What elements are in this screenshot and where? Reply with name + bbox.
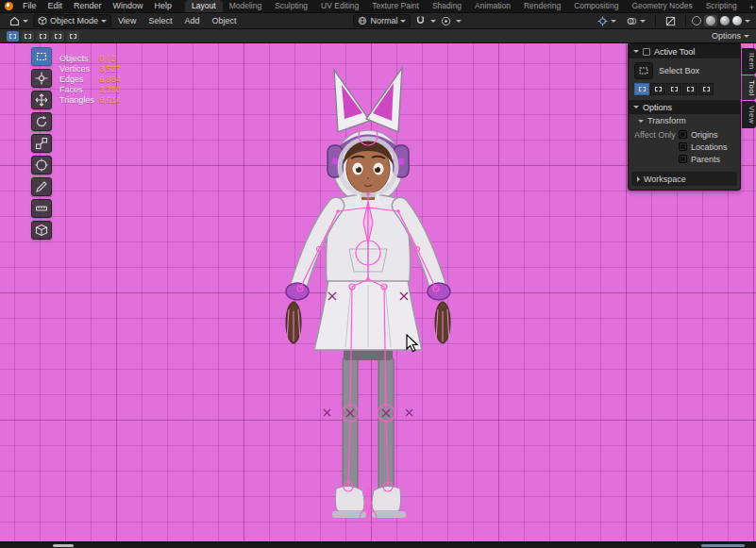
checkbox-parents[interactable] xyxy=(679,155,687,163)
viewport-toolbar xyxy=(31,47,52,240)
blender-logo-icon[interactable] xyxy=(5,2,13,10)
menu-file[interactable]: File xyxy=(17,0,42,12)
overlays-dropdown-button[interactable] xyxy=(623,15,649,27)
stat-label: Edges xyxy=(59,75,99,85)
checkbox-origins-label[interactable]: Origins xyxy=(691,130,734,140)
workspace-tab-compositing[interactable]: Compositing xyxy=(567,0,625,12)
select-mode-extend-button[interactable] xyxy=(22,31,34,42)
tool-variant-2[interactable] xyxy=(650,83,665,95)
stat-value: 3,380 xyxy=(99,85,121,95)
menu-add[interactable]: Add xyxy=(178,15,205,26)
options-header[interactable]: Options xyxy=(629,100,740,114)
scale-icon xyxy=(35,137,48,150)
tool-variant-4[interactable] xyxy=(682,83,697,95)
menu-select[interactable]: Select xyxy=(143,15,177,26)
menu-view[interactable]: View xyxy=(112,15,142,26)
viewport-3d[interactable]: Objects0 / 2 Vertices3,527 Edges6,884 Fa… xyxy=(0,43,756,541)
current-tool-button[interactable] xyxy=(634,62,653,79)
stat-label: Objects xyxy=(59,54,99,64)
character-model[interactable] xyxy=(286,68,450,518)
transform-subpanel-label: Transform xyxy=(647,116,686,125)
select-mode-invert-button[interactable] xyxy=(52,31,64,42)
checkbox-locations[interactable] xyxy=(679,142,687,151)
proportional-dropdown-chevron[interactable] xyxy=(456,20,462,23)
tool-variant-1[interactable] xyxy=(634,83,649,95)
workspace-tab-geometry-nodes[interactable]: Geometry Nodes xyxy=(625,0,698,12)
sidebar-tab-tool[interactable]: Tool xyxy=(742,75,756,101)
tool-cursor[interactable] xyxy=(31,69,52,88)
checkbox-locations-label[interactable]: Locations xyxy=(691,142,734,152)
menu-object[interactable]: Object xyxy=(206,15,242,26)
workspace-tab-uv-editing[interactable]: UV Editing xyxy=(314,0,365,12)
magnet-icon xyxy=(415,16,426,26)
sidebar-panel: Active Tool Select Box Options xyxy=(628,43,741,191)
header-right-cluster xyxy=(594,15,750,27)
editor-type-button[interactable] xyxy=(6,15,32,27)
tool-transform[interactable] xyxy=(31,156,52,174)
stat-row-triangles: Triangles6,614 xyxy=(59,95,121,106)
xray-toggle-button[interactable] xyxy=(662,15,680,27)
select-mode-subtract-button[interactable] xyxy=(37,31,49,42)
move-icon xyxy=(35,93,48,107)
sidebar-tabs: Item Tool View xyxy=(742,48,756,128)
select-set-icon xyxy=(9,34,16,39)
select-mode-intersect-button[interactable] xyxy=(67,31,79,42)
add-workspace-button[interactable]: + xyxy=(744,3,756,12)
menu-window[interactable]: Window xyxy=(108,0,149,12)
tool-measure[interactable] xyxy=(31,199,52,218)
stat-value: 6,614 xyxy=(99,95,121,106)
workspace-header[interactable]: Workspace xyxy=(631,172,737,186)
mode-dropdown[interactable]: Object Mode xyxy=(33,14,111,27)
shading-wireframe-button[interactable] xyxy=(692,16,701,25)
active-tool-header-label: Active Tool xyxy=(654,47,695,57)
stat-row-faces: Faces3,380 xyxy=(59,85,121,95)
checkbox-parents-label[interactable]: Parents xyxy=(691,155,734,164)
workspace-tab-scripting[interactable]: Scripting xyxy=(699,0,744,12)
tool-scale[interactable] xyxy=(31,134,52,153)
workspace-tab-rendering[interactable]: Rendering xyxy=(517,0,567,12)
mouse-cursor xyxy=(406,334,419,354)
shading-material-button[interactable] xyxy=(720,16,730,25)
tool-variant-5[interactable] xyxy=(698,83,714,95)
transform-orientation-dropdown[interactable]: Normal xyxy=(353,14,411,27)
select-mode-set-button[interactable] xyxy=(7,31,19,42)
select-invert-icon xyxy=(55,34,61,39)
menu-render[interactable]: Render xyxy=(68,0,108,12)
stat-row-objects: Objects0 / 2 xyxy=(59,54,121,64)
proportional-editing-button[interactable] xyxy=(437,15,455,27)
options-dropdown-label[interactable]: Options xyxy=(712,31,741,41)
active-tool-header[interactable]: Active Tool xyxy=(629,44,740,58)
shading-dropdown-chevron[interactable] xyxy=(745,20,750,23)
workspace-tab-texture-paint[interactable]: Texture Paint xyxy=(365,0,426,12)
gizmos-dropdown-button[interactable] xyxy=(594,15,620,27)
sidebar-tab-item[interactable]: Item xyxy=(742,48,756,75)
workspace-tab-layout[interactable]: Layout xyxy=(185,0,223,12)
shading-solid-button[interactable] xyxy=(706,16,715,25)
workspace-tab-sculpting[interactable]: Sculpting xyxy=(268,0,314,12)
orientation-globe-icon xyxy=(358,16,367,25)
stat-value: 6,884 xyxy=(99,75,121,85)
workspace-header-label: Workspace xyxy=(644,174,686,184)
tool-select-box[interactable] xyxy=(31,47,52,66)
workspace-tab-modeling[interactable]: Modeling xyxy=(223,0,269,12)
affect-only-group: Affect Only Origins Locations Parents xyxy=(629,127,740,169)
shading-rendered-button[interactable] xyxy=(732,16,742,25)
tool-move[interactable] xyxy=(31,91,52,109)
menu-edit[interactable]: Edit xyxy=(42,0,69,12)
snapping-toggle-button[interactable] xyxy=(412,15,429,27)
tool-variant-3[interactable] xyxy=(666,83,681,95)
workspace-tab-animation[interactable]: Animation xyxy=(468,0,517,12)
tool-annotate[interactable] xyxy=(31,177,52,196)
tool-rotate[interactable] xyxy=(31,112,52,131)
transform-subpanel-header[interactable]: Transform xyxy=(629,114,740,127)
shading-active-chip xyxy=(704,15,717,26)
sidebar-tab-view[interactable]: View xyxy=(742,101,756,128)
divider xyxy=(685,15,686,26)
snapping-dropdown-chevron[interactable] xyxy=(430,20,436,23)
select-box-icon xyxy=(35,50,48,63)
workspace-tab-shading[interactable]: Shading xyxy=(426,0,468,12)
tool-add-primitive[interactable] xyxy=(31,221,52,240)
menu-help[interactable]: Help xyxy=(149,0,178,12)
viewport-header: Object Mode View Select Add Object Norma… xyxy=(0,12,756,29)
checkbox-origins[interactable] xyxy=(679,130,687,139)
